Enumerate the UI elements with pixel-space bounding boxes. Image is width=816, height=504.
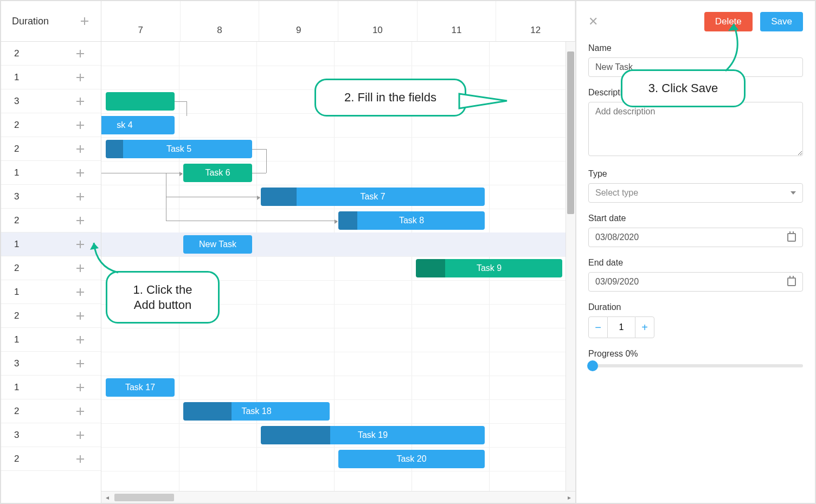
time-column-header: 11 [417, 1, 497, 41]
plus-icon[interactable] [75, 311, 86, 321]
gantt-bar[interactable]: sk 4 [101, 116, 175, 134]
plus-icon[interactable] [75, 167, 86, 178]
time-header: 789101112 [101, 1, 575, 42]
duration-row[interactable]: 1 [1, 232, 101, 256]
gantt-bar[interactable]: Task 19 [261, 426, 485, 444]
gantt-bar[interactable]: Task 7 [261, 188, 485, 206]
duration-row[interactable]: 1 [1, 161, 101, 185]
plus-icon[interactable] [75, 239, 86, 250]
duration-row[interactable]: 2 [1, 137, 101, 161]
plus-icon[interactable] [75, 120, 86, 131]
plus-icon[interactable] [75, 358, 86, 369]
duration-column: Duration 2 1 3 2 2 1 3 2 1 2 [1, 1, 101, 503]
duration-value: 3 [14, 191, 19, 202]
progress-label: Progress 0% [588, 349, 803, 359]
time-column-header: 9 [259, 1, 338, 41]
calendar-icon [787, 277, 796, 286]
duration-row[interactable]: 2 [1, 304, 101, 328]
horizontal-scrollbar[interactable]: ◂ ▸ [101, 491, 575, 503]
duration-value: 3 [14, 358, 19, 369]
gantt-bar[interactable]: Task 9 [416, 259, 562, 277]
duration-increment-button[interactable]: + [635, 316, 654, 338]
duration-row[interactable]: 1 [1, 328, 101, 352]
duration-value: 2 [14, 263, 19, 274]
duration-value: 1 [608, 316, 635, 338]
duration-header-label: Duration [12, 16, 49, 27]
end-date-input[interactable]: 03/09/2020 [588, 272, 803, 292]
plus-icon[interactable] [75, 382, 86, 393]
duration-value: 2 [14, 48, 19, 59]
plus-icon[interactable] [75, 191, 86, 202]
plus-icon[interactable] [75, 144, 86, 154]
duration-value: 2 [14, 215, 19, 226]
duration-row[interactable]: 3 [1, 185, 101, 209]
start-date-input[interactable]: 03/08/2020 [588, 228, 803, 247]
duration-row[interactable]: 2 [1, 113, 101, 137]
end-date-value: 03/09/2020 [595, 277, 639, 287]
plus-icon[interactable] [75, 334, 86, 345]
duration-row[interactable]: 2 [1, 399, 101, 423]
gantt-bar[interactable]: Task 20 [338, 450, 485, 468]
plus-icon[interactable] [75, 48, 86, 59]
slider-thumb[interactable] [587, 360, 598, 371]
plus-icon[interactable] [75, 287, 86, 298]
duration-row[interactable]: 2 [1, 209, 101, 232]
scroll-right-icon[interactable]: ▸ [563, 492, 575, 503]
plus-icon[interactable] [75, 263, 86, 274]
duration-row[interactable]: 3 [1, 89, 101, 113]
callout-text: 2. Fill in the fields [344, 91, 436, 104]
duration-row[interactable]: 2 [1, 256, 101, 280]
plus-icon[interactable] [75, 72, 86, 83]
callout-3: 3. Click Save [621, 69, 746, 107]
plus-icon[interactable] [75, 406, 86, 417]
duration-value: 3 [14, 430, 19, 441]
duration-value: 1 [14, 72, 19, 83]
time-column-header: 10 [338, 1, 417, 41]
time-column-header: 7 [101, 1, 181, 41]
plus-icon[interactable] [75, 96, 86, 107]
gantt-bar[interactable]: Task 5 [106, 140, 252, 158]
plus-icon[interactable] [75, 430, 86, 441]
gantt-bar[interactable]: Task 8 [338, 211, 485, 230]
duration-row[interactable]: 2 [1, 447, 101, 471]
start-date-value: 03/08/2020 [595, 232, 639, 242]
duration-decrement-button[interactable]: − [588, 316, 608, 338]
duration-row[interactable]: 1 [1, 66, 101, 89]
duration-value: 1 [14, 334, 19, 345]
vertical-scrollbar[interactable] [566, 42, 575, 491]
type-select[interactable]: Select type [588, 183, 803, 203]
name-label: Name [588, 43, 803, 53]
callout-1: 1. Click the Add button [106, 271, 220, 324]
scrollbar-thumb[interactable] [114, 494, 174, 501]
description-input[interactable] [588, 102, 803, 156]
scrollbar-track[interactable] [113, 494, 563, 501]
gantt-bar[interactable]: Task 17 [106, 378, 175, 397]
progress-slider[interactable] [588, 364, 803, 367]
save-button[interactable]: Save [760, 12, 803, 31]
gantt-bar-label: Task 9 [477, 263, 502, 273]
plus-icon[interactable] [75, 454, 86, 464]
duration-label: Duration [588, 302, 803, 312]
gantt-pane: 789101112 sk 4Task 5Task 6Task 7Task 8Ne… [101, 1, 576, 503]
duration-row[interactable]: 1 [1, 376, 101, 399]
close-icon[interactable]: ✕ [588, 15, 598, 29]
gantt-bar[interactable] [106, 92, 175, 111]
plus-icon[interactable] [75, 215, 86, 226]
type-label: Type [588, 169, 803, 179]
start-date-label: Start date [588, 214, 803, 223]
callout-2: 2. Fill in the fields [314, 79, 466, 117]
gantt-bar[interactable]: Task 18 [183, 402, 330, 421]
duration-value: 1 [14, 287, 19, 298]
gantt-bar[interactable]: Task 6 [183, 164, 252, 182]
scroll-left-icon[interactable]: ◂ [101, 492, 113, 503]
gantt-bar-label: Task 18 [241, 406, 271, 416]
duration-row[interactable]: 2 [1, 42, 101, 66]
scrollbar-thumb[interactable] [567, 51, 574, 214]
duration-value: 2 [14, 454, 19, 464]
duration-row[interactable]: 1 [1, 280, 101, 304]
time-column-header: 8 [181, 1, 260, 41]
duration-row[interactable]: 3 [1, 352, 101, 376]
plus-icon[interactable] [79, 16, 90, 27]
gantt-bar[interactable]: New Task [183, 235, 252, 254]
duration-row[interactable]: 3 [1, 423, 101, 447]
